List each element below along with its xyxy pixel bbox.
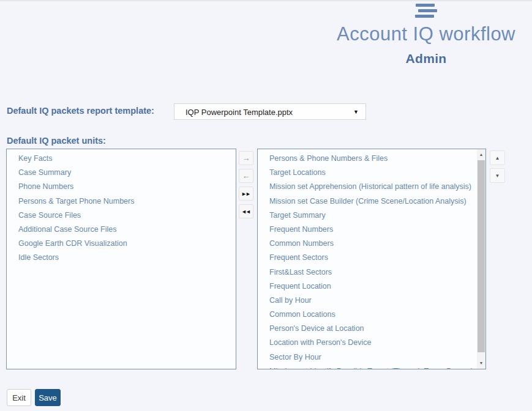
hamburger-bar xyxy=(416,4,435,7)
unit-option[interactable]: Phone Numbers xyxy=(7,180,236,194)
unit-option[interactable]: Sector By Hour xyxy=(258,350,485,365)
move-all-right-button[interactable]: ►► xyxy=(239,187,253,201)
unit-option-label: Target Summary xyxy=(269,211,326,220)
double-arrow-left-icon: ◄◄ xyxy=(241,209,250,215)
unit-option[interactable]: Call by Hour xyxy=(258,294,485,308)
unit-option[interactable]: Google Earth CDR Visualization xyxy=(7,237,236,251)
arrow-left-icon: ← xyxy=(242,171,250,180)
unit-option[interactable]: Key Facts xyxy=(7,152,236,166)
triangle-up-icon: ▲ xyxy=(495,155,500,161)
unit-option[interactable]: Common Locations xyxy=(258,308,485,322)
unit-option-label: Idle Sectors xyxy=(18,253,59,262)
unit-option-label: Person's Device at Location xyxy=(269,324,364,333)
hamburger-bar xyxy=(418,9,437,12)
selected-units-items: Persons & Phone Numbers & FilesTarget Lo… xyxy=(258,149,485,369)
unit-option-label: Additional Case Source Files xyxy=(18,225,117,234)
unit-option-label: Persons & Target Phone Numbers xyxy=(18,197,134,206)
double-arrow-right-icon: ►► xyxy=(241,191,250,197)
unit-option[interactable]: Mission set Apprehension (Historical pat… xyxy=(258,180,485,194)
unit-option-label: Call by Hour xyxy=(269,296,312,305)
window-top-edge xyxy=(0,0,532,1)
unit-option-label: Frequent Sectors xyxy=(269,253,328,262)
unit-option-label: Frequent Numbers xyxy=(269,225,333,234)
save-button[interactable]: Save xyxy=(35,389,61,406)
triangle-down-icon: ▼ xyxy=(495,173,500,179)
unit-option-label: Mission set Apprehension (Historical pat… xyxy=(269,182,471,191)
report-template-selected-value: IQP Powerpoint Template.pptx xyxy=(185,108,293,117)
unit-option-label: Persons & Phone Numbers & Files xyxy=(269,154,388,163)
unit-option[interactable]: Target Locations xyxy=(258,166,485,180)
exit-button-label: Exit xyxy=(12,393,26,402)
selected-units-scrollbar[interactable]: ▲ ▼ xyxy=(477,149,485,369)
unit-option-label: Key Facts xyxy=(18,154,53,163)
unit-option[interactable]: Frequent Location xyxy=(258,280,485,294)
unit-option-label: Target Locations xyxy=(269,168,326,177)
unit-option[interactable]: Idle Sectors xyxy=(7,251,236,265)
available-units-items: Key FactsCase SummaryPhone NumbersPerson… xyxy=(7,149,236,265)
available-units-listbox[interactable]: Key FactsCase SummaryPhone NumbersPerson… xyxy=(6,149,236,369)
unit-option-label: Case Summary xyxy=(18,168,71,177)
save-button-label: Save xyxy=(39,393,57,402)
unit-option[interactable]: Case Summary xyxy=(7,166,236,180)
unit-option-label: Case Source Files xyxy=(18,211,81,220)
unit-option-label: Mission set Identify Possible Target (Th… xyxy=(269,367,473,369)
unit-option[interactable]: First&Last Sectors xyxy=(258,265,485,280)
scroll-down-icon[interactable]: ▼ xyxy=(477,358,485,368)
unit-option-label: Frequent Location xyxy=(269,282,331,291)
unit-option-label: First&Last Sectors xyxy=(269,268,332,276)
unit-option-label: Sector By Hour xyxy=(269,353,321,361)
unit-option-label: Common Numbers xyxy=(269,239,334,248)
hamburger-menu-icon[interactable] xyxy=(416,4,437,18)
unit-option-label: Mission set Case Builder (Crime Scene/Lo… xyxy=(269,197,466,206)
move-up-button[interactable]: ▲ xyxy=(490,150,505,165)
unit-option[interactable]: Case Source Files xyxy=(7,209,236,223)
move-all-left-button[interactable]: ◄◄ xyxy=(239,204,253,218)
unit-option[interactable]: Person's Device at Location xyxy=(258,322,485,336)
hamburger-bar xyxy=(415,15,434,18)
unit-option[interactable]: Mission set Case Builder (Crime Scene/Lo… xyxy=(258,194,485,209)
report-template-select[interactable]: IQP Powerpoint Template.pptx ▼ xyxy=(174,103,366,120)
unit-option-label: Location with Person's Device xyxy=(269,338,371,347)
unit-option[interactable]: Persons & Phone Numbers & Files xyxy=(258,152,485,166)
unit-option[interactable]: Common Numbers xyxy=(258,237,485,251)
page-subtitle: Admin xyxy=(318,51,532,66)
unit-option-label: Phone Numbers xyxy=(18,182,73,191)
unit-option[interactable]: Location with Person's Device xyxy=(258,336,485,350)
page-header: Account IQ workflow Admin xyxy=(318,4,532,66)
packet-units-label: Default IQ packet units: xyxy=(7,136,106,146)
move-right-button[interactable]: → xyxy=(239,151,253,165)
move-down-button[interactable]: ▼ xyxy=(490,168,505,183)
unit-option[interactable]: Additional Case Source Files xyxy=(7,223,236,237)
scroll-up-icon[interactable]: ▲ xyxy=(477,150,485,159)
page-title: Account IQ workflow xyxy=(318,24,532,45)
unit-option[interactable]: Mission set Identify Possible Target (Th… xyxy=(258,365,485,369)
unit-option[interactable]: Frequent Sectors xyxy=(258,251,485,265)
unit-option-label: Common Locations xyxy=(269,310,335,319)
move-left-button[interactable]: ← xyxy=(239,169,253,183)
unit-option[interactable]: Target Summary xyxy=(258,209,485,223)
arrow-right-icon: → xyxy=(242,154,250,163)
unit-option[interactable]: Persons & Target Phone Numbers xyxy=(7,194,236,209)
exit-button[interactable]: Exit xyxy=(7,389,31,406)
report-template-label: Default IQ packets report template: xyxy=(7,106,154,116)
chevron-down-icon: ▼ xyxy=(353,109,359,115)
unit-option[interactable]: Frequent Numbers xyxy=(258,223,485,237)
unit-option-label: Google Earth CDR Visualization xyxy=(18,239,127,248)
scrollbar-thumb[interactable] xyxy=(478,160,485,352)
selected-units-listbox[interactable]: Persons & Phone Numbers & FilesTarget Lo… xyxy=(257,149,486,369)
